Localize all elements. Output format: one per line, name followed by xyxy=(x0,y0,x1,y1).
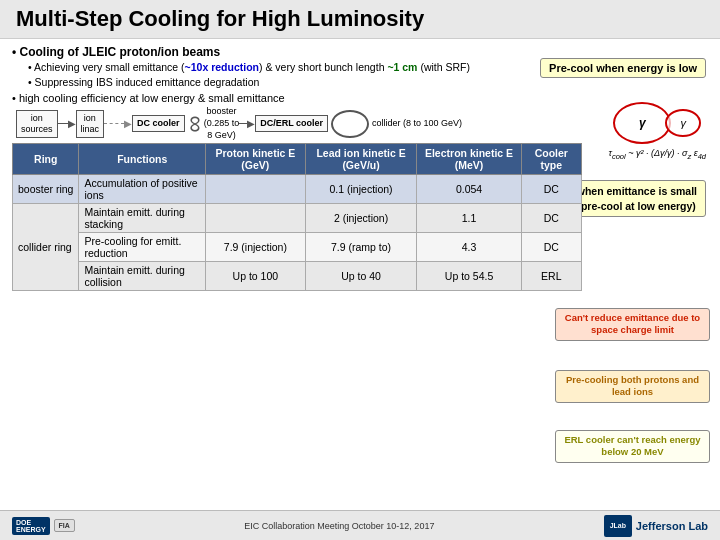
oval-gamma: γ xyxy=(613,102,671,144)
cell-cooler: DC xyxy=(521,175,581,204)
ion-sources: ion sources xyxy=(16,110,58,138)
page: Multi-Step Cooling for High Luminosity •… xyxy=(0,0,720,540)
cell-functions: Accumulation of positive ions xyxy=(79,175,206,204)
cell-electron-e: 1.1 xyxy=(417,204,521,233)
table-row: collider ring Maintain emitt. during sta… xyxy=(13,204,582,233)
diagram-section: ion sources ▶ ion linac ▶ DC cooler ∞ xyxy=(12,106,502,141)
arrow3: ▶ xyxy=(239,118,255,129)
jlab-icon: JLab xyxy=(604,515,632,537)
th-ring: Ring xyxy=(13,144,79,175)
cell-proton-e xyxy=(206,204,306,233)
th-lead-e: Lead ion kinetic E (GeV/u) xyxy=(305,144,417,175)
cell-lead-e: Up to 40 xyxy=(305,262,417,291)
dc-erl-cooler: DC/ERL cooler xyxy=(255,110,369,138)
arrow1: ▶ xyxy=(58,118,76,129)
cell-cooler: DC xyxy=(521,204,581,233)
cell-lead-e: 0.1 (injection) xyxy=(305,175,417,204)
ion-linac: ion linac xyxy=(76,110,105,138)
cell-electron-e: 4.3 xyxy=(417,233,521,262)
th-proton-e: Proton kinetic E (GeV) xyxy=(206,144,306,175)
cell-lead-e: 2 (injection) xyxy=(305,204,417,233)
cell-proton-e: 7.9 (injection) xyxy=(206,233,306,262)
th-functions: Functions xyxy=(79,144,206,175)
oval-gamma2: γ xyxy=(665,109,701,137)
cell-proton-e: Up to 100 xyxy=(206,262,306,291)
footer-right: JLab Jefferson Lab xyxy=(604,515,708,537)
footer-logos: DOEENERGY FIA xyxy=(12,517,75,535)
cell-functions: Maintain emitt. during stacking xyxy=(79,204,206,233)
cell-electron-e: Up to 54.5 xyxy=(417,262,521,291)
dc-cooler: DC cooler ∞ xyxy=(132,112,204,136)
th-electron-e: Electron kinetic E (MeV) xyxy=(417,144,521,175)
table-wrapper: Ring Functions Proton kinetic E (GeV) Le… xyxy=(12,143,582,291)
bullet-sub-1b: • Suppressing IBS induced emittance degr… xyxy=(28,76,472,90)
note-box-3: ERL cooler can't reach energy below 20 M… xyxy=(555,430,710,463)
arrow2: ▶ xyxy=(104,118,132,129)
cell-functions: Pre-cooling for emitt. reduction xyxy=(79,233,206,262)
doe-logo: DOEENERGY xyxy=(12,517,50,535)
footer-right-text: Jefferson Lab xyxy=(636,520,708,532)
circles-formula: γ γ xyxy=(613,102,701,144)
footer: DOEENERGY FIA EIC Collaboration Meeting … xyxy=(0,510,720,540)
collider-label: collider (8 to 100 GeV) xyxy=(372,118,462,130)
note-box-2: Pre-cooling both protons and lead ions xyxy=(555,370,710,403)
table-row: booster ring Accumulation of positive io… xyxy=(13,175,582,204)
cell-cooler: ERL xyxy=(521,262,581,291)
cell-lead-e: 7.9 (ramp to) xyxy=(305,233,417,262)
fia-logo: FIA xyxy=(54,519,75,532)
table-row: Maintain emitt. during collision Up to 1… xyxy=(13,262,582,291)
cell-functions: Maintain emitt. during collision xyxy=(79,262,206,291)
pre-cool-box: Pre-cool when energy is low xyxy=(540,58,706,78)
note-box-1: Can't reduce emittance due to space char… xyxy=(555,308,710,341)
formula-text: τcool ~ γ² · (Δγ/γ) · σz ε4d xyxy=(609,148,706,161)
cell-cooler: DC xyxy=(521,233,581,262)
cell-electron-e: 0.054 xyxy=(417,175,521,204)
main-table: Ring Functions Proton kinetic E (GeV) Le… xyxy=(12,143,582,291)
cell-proton-e xyxy=(206,175,306,204)
header: Multi-Step Cooling for High Luminosity xyxy=(0,0,720,39)
bullet-main-1: • Cooling of JLEIC proton/ion beams xyxy=(12,45,472,59)
cell-ring: booster ring xyxy=(13,175,79,204)
main-content: • Cooling of JLEIC proton/ion beams • Ac… xyxy=(0,39,720,295)
cell-ring: collider ring xyxy=(13,204,79,291)
bullet-sub-1a: • Achieving very small emittance (~10x r… xyxy=(28,61,472,75)
formula-area: γ γ τcool ~ γ² · (Δγ/γ) · σz ε4d xyxy=(609,80,706,161)
table-row: Pre-cooling for emitt. reduction 7.9 (in… xyxy=(13,233,582,262)
page-title: Multi-Step Cooling for High Luminosity xyxy=(16,6,704,32)
footer-center-text: EIC Collaboration Meeting October 10-12,… xyxy=(85,521,594,531)
th-cooler: Cooler type xyxy=(521,144,581,175)
bullet-main-2: • high cooling efficiency at low energy … xyxy=(12,92,472,104)
